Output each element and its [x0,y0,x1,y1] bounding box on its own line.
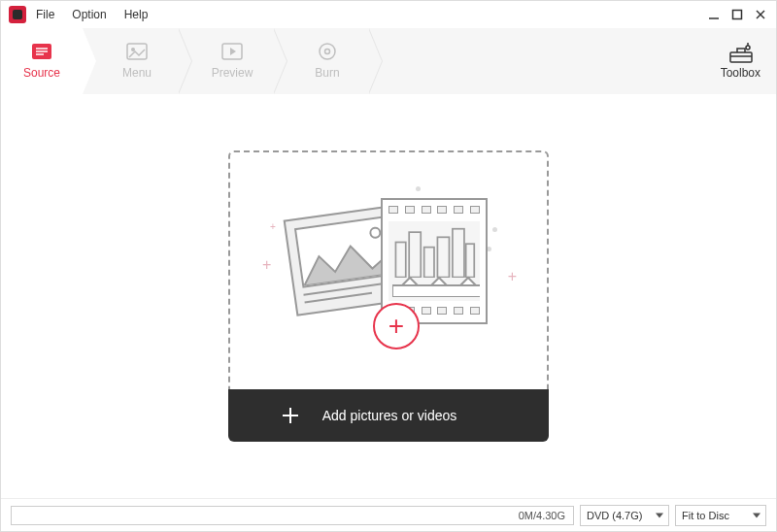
toolbox-button[interactable]: Toolbox [721,28,760,94]
maximize-icon [731,9,743,20]
tab-preview[interactable]: Preview [191,28,273,94]
svg-marker-28 [460,278,476,285]
svg-rect-24 [466,244,475,277]
main-area: + + + [1,94,776,498]
dot-icon [492,227,497,232]
app-logo-icon [9,6,26,23]
tab-label: Preview [212,66,253,80]
svg-rect-21 [424,248,434,278]
svg-rect-20 [409,232,421,277]
tab-menu[interactable]: Menu [96,28,178,94]
tab-label: Burn [315,66,339,80]
status-bar: 0M/4.30G DVD (4.7G) Fit to Disc [1,498,776,531]
add-media-label: Add pictures or videos [322,408,457,423]
dropzone-canvas[interactable]: + + + [228,150,549,389]
toolbox-label: Toolbox [721,66,760,80]
burn-icon [317,43,338,60]
dot-icon [416,186,421,191]
svg-point-16 [746,46,750,50]
source-icon [31,43,52,60]
tab-burn[interactable]: Burn [287,28,368,94]
disc-type-value: DVD (4.7G) [587,510,642,521]
disc-type-select[interactable]: DVD (4.7G) [580,505,669,526]
sparkle-icon: + [508,268,517,285]
svg-rect-23 [453,229,464,278]
step-tabs: Source Menu Preview Burn [1,28,776,94]
svg-marker-26 [402,278,418,285]
sparkle-icon: + [270,221,276,232]
tab-label: Menu [122,66,152,80]
add-media-button[interactable]: Add pictures or videos [228,389,549,442]
svg-point-9 [131,48,135,51]
fit-mode-select[interactable]: Fit to Disc [675,505,766,526]
svg-rect-25 [392,285,480,297]
toolbox-icon [728,43,752,62]
menu-help[interactable]: Help [124,8,149,21]
menu-file[interactable]: File [36,8,54,21]
disc-usage-text: 0M/4.30G [519,510,565,521]
menu-icon [126,43,148,60]
dropzone[interactable]: + + + [228,150,549,442]
svg-marker-11 [230,48,236,55]
add-circle-icon: + [373,303,420,349]
close-icon [755,9,766,20]
svg-marker-27 [431,278,447,285]
app-window: File Option Help Source Menu [0,0,777,532]
minimize-button[interactable] [706,7,722,22]
svg-rect-19 [395,242,405,277]
svg-point-13 [325,50,330,54]
svg-rect-14 [730,52,752,62]
tab-label: Source [23,66,60,80]
plus-icon [282,407,299,424]
tab-source[interactable]: Source [1,28,83,94]
disc-usage-bar: 0M/4.30G [11,506,574,525]
maximize-button[interactable] [729,7,745,22]
media-illustration: + + + [272,188,505,353]
svg-rect-1 [733,11,742,19]
minimize-icon [708,9,720,20]
preview-icon [221,43,243,60]
close-button[interactable] [753,7,768,22]
titlebar: File Option Help [1,1,776,28]
svg-point-12 [320,44,335,59]
fit-mode-value: Fit to Disc [682,510,729,521]
svg-rect-22 [437,237,449,277]
sparkle-icon: + [262,256,271,274]
menu-option[interactable]: Option [72,8,106,21]
